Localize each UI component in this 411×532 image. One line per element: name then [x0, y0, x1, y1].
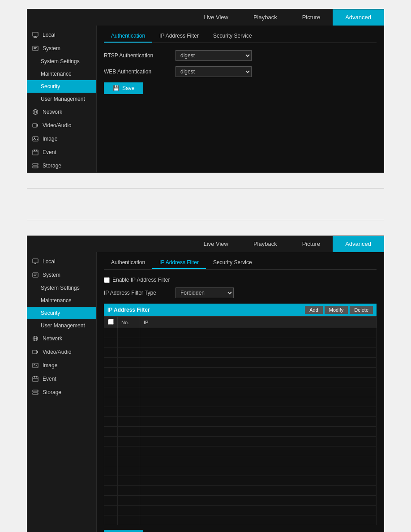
sub-tab-authentication-1[interactable]: Authentication [104, 31, 152, 43]
save-button-1[interactable]: 💾 Save [104, 82, 143, 94]
sidebar-item-system-settings-1[interactable]: System Settings [27, 55, 96, 68]
event-icon [32, 149, 39, 156]
sidebar-item-user-management-1[interactable]: User Management [27, 93, 96, 105]
ip-filter-table-header-bar: IP Address Filter Add Modify Delete [104, 304, 377, 316]
divider-2 [27, 220, 384, 220]
sidebar-item-maintenance-1[interactable]: Maintenance [27, 68, 96, 80]
tab-playback-2[interactable]: Playback [241, 236, 290, 252]
sidebar-item-event-2[interactable]: Event [27, 372, 96, 386]
sidebar-label-image-2: Image [43, 362, 57, 369]
sidebar-item-event-1[interactable]: Event [27, 146, 96, 159]
table-row [104, 446, 377, 456]
sub-tab-ip-filter-2[interactable]: IP Address Filter [152, 257, 206, 269]
sidebar-item-user-management-2[interactable]: User Management [27, 319, 96, 332]
modify-button[interactable]: Modify [325, 306, 348, 314]
col-header-ip: IP [140, 317, 377, 328]
sidebar-label-user-management-1: User Management [41, 96, 85, 102]
tab-live-view-1[interactable]: Live View [191, 9, 241, 26]
sidebar-label-maintenance-1: Maintenance [41, 71, 72, 77]
sidebar-item-network-2[interactable]: Network [27, 332, 96, 345]
sub-tab-security-service-1[interactable]: Security Service [206, 31, 259, 43]
sub-tab-authentication-2[interactable]: Authentication [104, 257, 152, 269]
sidebar-item-storage-2[interactable]: Storage [27, 386, 96, 399]
ip-filter-table-title: IP Address Filter [107, 307, 150, 313]
table-row [104, 378, 377, 387]
svg-rect-4 [34, 47, 37, 48]
table-row [104, 328, 377, 338]
sidebar-item-video-audio-2[interactable]: Video/Audio [27, 345, 96, 359]
col-header-no: No. [118, 317, 140, 328]
tab-live-view-2[interactable]: Live View [191, 236, 241, 252]
storage-icon-2 [32, 389, 39, 396]
tab-advanced-1[interactable]: Advanced [333, 9, 384, 26]
sidebar-item-maintenance-2[interactable]: Maintenance [27, 294, 96, 307]
svg-rect-30 [33, 350, 37, 354]
sidebar-label-video-audio-2: Video/Audio [43, 349, 72, 355]
sidebar-item-video-audio-1[interactable]: Video/Audio [27, 119, 96, 132]
sidebar-item-image-2[interactable]: Image [27, 359, 96, 372]
svg-rect-21 [33, 259, 38, 263]
sidebar-item-local-1[interactable]: Local [27, 28, 96, 42]
tab-picture-2[interactable]: Picture [290, 236, 333, 252]
svg-rect-36 [36, 376, 37, 378]
svg-point-41 [37, 393, 38, 394]
filter-type-select[interactable]: Forbidden Allowed [176, 287, 234, 298]
video-icon [32, 122, 39, 129]
svg-rect-32 [33, 363, 38, 368]
sidebar-label-local-1: Local [43, 32, 56, 38]
svg-rect-25 [34, 274, 37, 275]
sidebar-label-system-1: System [43, 45, 60, 51]
image-icon [32, 135, 39, 142]
divider-1 [27, 188, 384, 189]
table-row [104, 358, 377, 368]
sidebar-label-image-1: Image [43, 136, 57, 142]
sidebar-label-event-2: Event [43, 376, 56, 382]
sidebar-label-system-settings-2: System Settings [41, 285, 80, 291]
add-button[interactable]: Add [305, 306, 323, 314]
sidebar-item-network-1[interactable]: Network [27, 105, 96, 119]
svg-rect-35 [34, 376, 35, 378]
svg-rect-26 [34, 275, 36, 276]
tab-picture-1[interactable]: Picture [290, 9, 333, 26]
tab-advanced-2[interactable]: Advanced [333, 236, 384, 252]
table-row [104, 456, 377, 466]
sidebar-item-system-2[interactable]: System [27, 268, 96, 282]
system-icon-2 [32, 271, 39, 279]
enable-ip-filter-row: Enable IP Address Filter [104, 277, 377, 283]
table-row [104, 417, 377, 427]
delete-button[interactable]: Delete [350, 306, 373, 314]
select-all-checkbox[interactable] [108, 319, 114, 325]
storage-icon [32, 162, 39, 169]
table-row [104, 348, 377, 358]
monitor-icon-2 [32, 258, 39, 265]
sidebar-item-security-2[interactable]: Security [27, 307, 96, 319]
sidebar-label-local-2: Local [43, 258, 56, 265]
svg-marker-10 [37, 124, 38, 127]
sidebar-item-storage-1[interactable]: Storage [27, 159, 96, 172]
sidebar-item-image-1[interactable]: Image [27, 132, 96, 146]
rtsp-auth-row: RTSP Authentication digest basic none [104, 50, 377, 61]
enable-ip-filter-checkbox[interactable] [104, 277, 110, 283]
table-row [104, 397, 377, 407]
sidebar-item-system-1[interactable]: System [27, 42, 96, 55]
sidebar-item-security-1[interactable]: Security [27, 80, 96, 93]
sub-tab-security-service-2[interactable]: Security Service [206, 257, 259, 269]
tab-playback-1[interactable]: Playback [241, 9, 290, 26]
svg-rect-14 [34, 150, 35, 151]
network-icon [32, 108, 39, 116]
sidebar-label-maintenance-2: Maintenance [41, 297, 72, 304]
table-row [104, 387, 377, 397]
svg-rect-9 [33, 124, 37, 127]
table-row [104, 476, 377, 486]
sub-tab-ip-filter-1[interactable]: IP Address Filter [152, 31, 206, 43]
sidebar-1: Local System System Setti [27, 26, 97, 172]
rtsp-auth-select[interactable]: digest basic none [176, 50, 252, 61]
filter-type-label: IP Address Filter Type [104, 290, 171, 296]
save-button-2[interactable]: 💾 Save [104, 530, 143, 532]
web-auth-select[interactable]: digest basic none [176, 66, 252, 77]
sidebar-item-system-settings-2[interactable]: System Settings [27, 282, 96, 294]
save-icon-1: 💾 [113, 85, 120, 91]
svg-rect-23 [34, 264, 37, 264]
top-nav-2: Live View Playback Picture Advanced [27, 236, 384, 252]
sidebar-item-local-2[interactable]: Local [27, 255, 96, 268]
